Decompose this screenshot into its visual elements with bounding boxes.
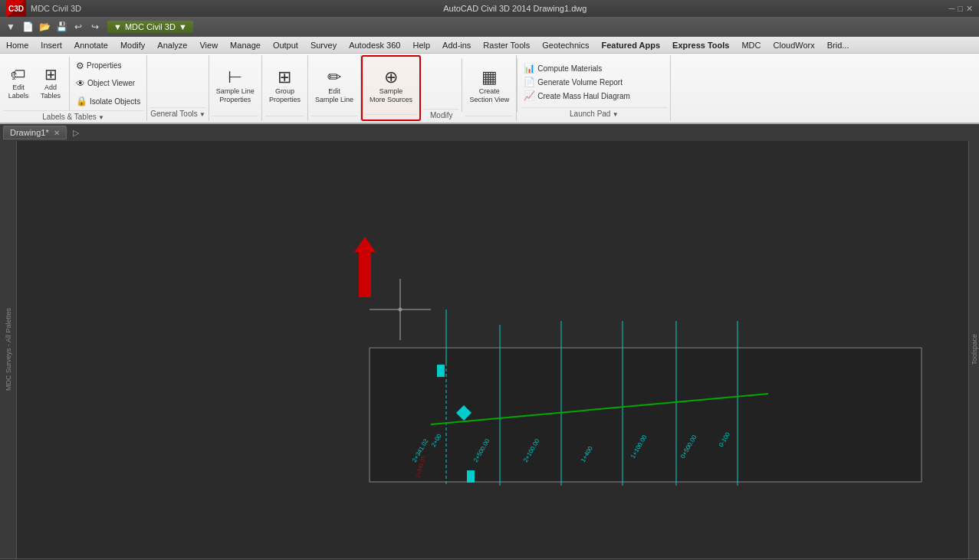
- ribbon-content: 🏷 EditLabels ⊞ AddTables ⚙ Properties: [0, 54, 979, 123]
- menu-manage[interactable]: Manage: [224, 37, 267, 53]
- menu-autodesk360[interactable]: Autodesk 360: [343, 37, 406, 53]
- group-properties-button[interactable]: ⊞ GroupProperties: [265, 67, 304, 106]
- create-section-view-group-label: [465, 116, 513, 120]
- properties-button[interactable]: ⚙ Properties: [73, 59, 143, 73]
- menu-expresstools[interactable]: Express Tools: [666, 37, 735, 53]
- ribbon-group-group-props: ⊞ GroupProperties: [262, 55, 308, 121]
- title-bar-app: MDC Civil 3D: [31, 4, 81, 13]
- menu-cloudworx[interactable]: CloudWorx: [767, 37, 821, 53]
- ribbon: 🏷 EditLabels ⊞ AddTables ⚙ Properties: [0, 54, 979, 124]
- palettes-panel[interactable]: MDC Surveys - All Palettes: [0, 141, 17, 558]
- menu-analyze[interactable]: Analyze: [151, 37, 193, 53]
- menu-featuredapps[interactable]: Featured Apps: [595, 37, 666, 53]
- doc-tab-name: Drawing1*: [10, 128, 49, 137]
- main-area: MDC Surveys - All Palettes: [0, 141, 979, 558]
- edit-sample-line-icon: ✏: [327, 69, 341, 86]
- general-tools-label[interactable]: General Tools: [150, 107, 205, 120]
- ribbon-group-edit-sample-line: ✏ EditSample Line: [308, 55, 361, 121]
- sample-line-props-icon: ⊢: [228, 69, 242, 86]
- isolate-objects-icon: 🔒: [76, 96, 87, 106]
- doc-bar: Drawing1* ✕ ▷: [0, 124, 979, 141]
- launch-pad-btns: 📊 Compute Materials 📄 Generate Volume Re…: [521, 61, 667, 103]
- menu-home[interactable]: Home: [0, 37, 34, 53]
- dropdown-arrow[interactable]: ▼: [113, 22, 122, 31]
- undo-button[interactable]: ↩: [71, 19, 86, 34]
- title-bar-left: C3D MDC Civil 3D: [6, 0, 81, 17]
- svg-rect-3: [370, 348, 922, 482]
- ribbon-group-sample-more-sources: ⊕ SampleMore Sources: [361, 55, 421, 121]
- add-tables-icon: ⊞: [44, 67, 57, 82]
- doc-tab-arrow[interactable]: ▷: [68, 126, 84, 139]
- menu-view[interactable]: View: [193, 37, 224, 53]
- menu-help[interactable]: Help: [406, 37, 436, 53]
- toolspace-label: Toolspace: [971, 334, 978, 365]
- sample-more-sources-group-label: [366, 114, 416, 118]
- create-mass-haul-button[interactable]: 📈 Create Mass Haul Diagram: [521, 89, 667, 103]
- new-button[interactable]: 📄: [20, 19, 35, 34]
- menu-modify[interactable]: Modify: [114, 37, 151, 53]
- compute-materials-button[interactable]: 📊 Compute Materials: [521, 61, 667, 75]
- sample-more-sources-icon: ⊕: [384, 69, 398, 86]
- edit-labels-button[interactable]: 🏷 EditLabels: [3, 64, 34, 103]
- drawing-svg: 2+00 2+341.02 2+500.00 2+100.00 1+400 1+…: [17, 141, 968, 558]
- menu-rastertools[interactable]: Raster Tools: [477, 37, 536, 53]
- menu-output[interactable]: Output: [267, 37, 304, 53]
- menu-insert[interactable]: Insert: [34, 37, 68, 53]
- sample-line-properties-button[interactable]: ⊢ Sample LineProperties: [212, 67, 258, 106]
- generate-volume-report-icon: 📄: [524, 77, 535, 87]
- svg-rect-18: [467, 470, 475, 483]
- group-props-icon: ⊞: [278, 69, 291, 86]
- menu-survey[interactable]: Survey: [304, 37, 343, 53]
- object-viewer-icon: 👁: [76, 78, 85, 89]
- sample-more-sources-button[interactable]: ⊕ SampleMore Sources: [366, 67, 416, 106]
- menu-geotechnics[interactable]: Geotechnics: [536, 37, 595, 53]
- app-title: ▼ MDC Civil 3D ▼: [107, 21, 193, 33]
- ribbon-group-launch-pad: 📊 Compute Materials 📄 Generate Volume Re…: [517, 55, 671, 121]
- properties-icon: ⚙: [76, 61, 84, 71]
- group-props-group-label: [265, 116, 304, 120]
- create-section-view-button[interactable]: ▦ CreateSection View: [465, 67, 513, 106]
- app-icon: C3D: [6, 0, 26, 17]
- redo-button[interactable]: ↪: [87, 19, 103, 34]
- edit-sample-line-button[interactable]: ✏ EditSample Line: [311, 67, 357, 106]
- app-name-label: MDC Civil 3D: [125, 22, 176, 31]
- save-button[interactable]: 💾: [54, 19, 69, 34]
- edit-labels-icon: 🏷: [11, 67, 26, 82]
- menu-brid[interactable]: Brid...: [821, 37, 856, 53]
- ribbon-group-sample-line-props: ⊢ Sample LineProperties: [209, 55, 262, 121]
- doc-tab-drawing1[interactable]: Drawing1* ✕: [3, 126, 67, 139]
- modify-group-separator: Modify: [421, 55, 462, 121]
- generate-volume-report-button[interactable]: 📄 Generate Volume Report: [521, 75, 667, 89]
- app-dropdown-arrow[interactable]: ▼: [179, 22, 187, 31]
- ribbon-group-general-tools: General Tools: [147, 55, 209, 121]
- divider: [69, 57, 70, 110]
- title-bar: C3D MDC Civil 3D AutoCAD Civil 3D 2014 D…: [0, 0, 979, 17]
- add-tables-button[interactable]: ⊞ AddTables: [35, 64, 66, 103]
- labels-tables-label[interactable]: Labels & Tables: [3, 110, 143, 123]
- isolate-objects-button[interactable]: 🔒 Isolate Objects: [73, 94, 143, 108]
- menu-addins[interactable]: Add-ins: [436, 37, 477, 53]
- svg-rect-17: [437, 365, 445, 377]
- compute-materials-icon: 📊: [524, 63, 535, 74]
- quick-access-toolbar: ▼ 📄 📂 💾 ↩ ↪ ▼ MDC Civil 3D ▼: [0, 17, 979, 37]
- doc-tab-close[interactable]: ✕: [54, 129, 60, 137]
- app-menu-button[interactable]: ▼: [3, 19, 18, 34]
- drawing-canvas[interactable]: 2+00 2+341.02 2+500.00 2+100.00 1+400 1+…: [17, 141, 968, 558]
- launch-pad-label[interactable]: Launch Pad: [521, 107, 667, 120]
- open-button[interactable]: 📂: [37, 19, 52, 34]
- sample-line-props-group-label: [212, 116, 258, 120]
- labels-tables-small-btns: ⚙ Properties 👁 Object Viewer 🔒 Isolate O…: [73, 57, 143, 110]
- object-viewer-button[interactable]: 👁 Object Viewer: [73, 77, 143, 90]
- menu-mdc[interactable]: MDC: [735, 37, 767, 53]
- menu-annotate[interactable]: Annotate: [68, 37, 114, 53]
- palettes-label: MDC Surveys - All Palettes: [5, 308, 12, 391]
- create-section-view-icon: ▦: [481, 69, 498, 86]
- edit-sample-line-group-label: [311, 116, 357, 120]
- toolspace-panel[interactable]: Toolspace: [968, 141, 979, 558]
- create-mass-haul-icon: 📈: [524, 90, 535, 101]
- ribbon-group-labels-tables: 🏷 EditLabels ⊞ AddTables ⚙ Properties: [0, 55, 147, 121]
- ribbon-group-create-section-view: ▦ CreateSection View: [462, 55, 517, 121]
- window-controls[interactable]: ─ □ ✕: [949, 4, 973, 14]
- title-bar-center: AutoCAD Civil 3D 2014 Drawing1.dwg: [443, 4, 586, 13]
- menu-bar: Home Insert Annotate Modify Analyze View…: [0, 37, 979, 54]
